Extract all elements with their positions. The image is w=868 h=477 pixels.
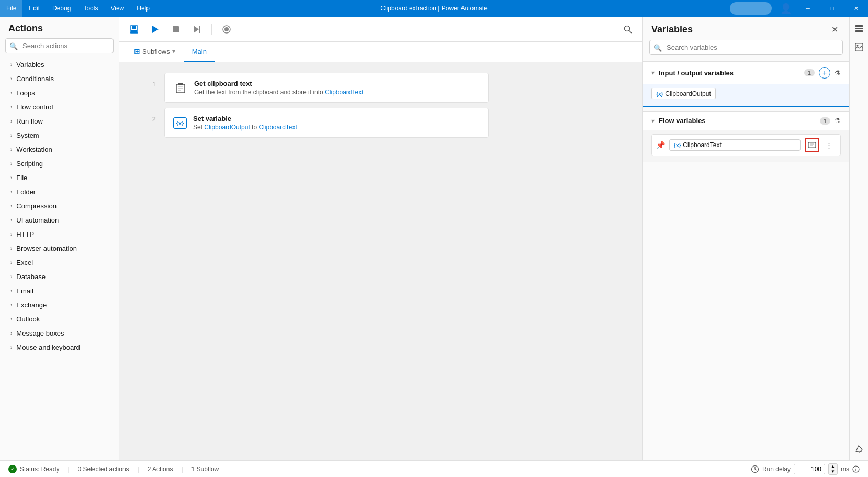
layers-button[interactable]	[852, 21, 866, 36]
menu-tools[interactable]: Tools	[77, 0, 104, 17]
filter-flow-icon[interactable]: ⚗	[835, 117, 841, 125]
chevron-icon: ›	[10, 231, 12, 237]
category-label: Excel	[16, 259, 33, 267]
category-label: Loops	[16, 89, 35, 97]
image-button[interactable]	[852, 40, 866, 54]
svg-rect-16	[808, 142, 816, 148]
flow-var-actions: ⋮	[805, 138, 836, 152]
menu-view[interactable]: View	[104, 0, 130, 17]
run-delay-group: Run delay ▲ ▼ ms	[751, 463, 860, 475]
window-title: Clipboard extraction | Power Automate	[380, 5, 488, 12]
total-actions-label: 2 Actions	[148, 465, 173, 473]
tab-subflows[interactable]: ⊞ Subflows ▾	[126, 42, 184, 62]
tab-main[interactable]: Main	[184, 42, 215, 62]
window-controls: 👤 ─ □ ✕	[730, 0, 868, 17]
run-button[interactable]	[146, 21, 163, 38]
eraser-button[interactable]	[852, 441, 866, 456]
clipboard-text-link-2[interactable]: ClipboardText	[258, 124, 297, 131]
category-exchange[interactable]: › Exchange	[0, 298, 119, 312]
clipboard-output-link[interactable]: ClipboardOutput	[204, 124, 250, 131]
chevron-icon: ›	[10, 330, 12, 336]
menu-help[interactable]: Help	[130, 0, 156, 17]
menu-file[interactable]: File	[0, 0, 22, 17]
toolbar	[119, 17, 642, 42]
step-card-2[interactable]: {x} Set variable Set ClipboardOutput to …	[164, 108, 489, 138]
menu-debug[interactable]: Debug	[46, 0, 77, 17]
input-output-section-header[interactable]: ▾ Input / output variables 1 + ⚗	[643, 62, 849, 84]
svg-point-8	[224, 27, 229, 31]
more-options-button[interactable]: ⋮	[821, 138, 836, 152]
input-output-title: Input / output variables	[659, 69, 800, 77]
user-avatar	[730, 2, 772, 15]
category-message-boxes[interactable]: › Message boxes	[0, 326, 119, 340]
info-icon[interactable]	[852, 465, 860, 473]
category-label: Compression	[16, 202, 57, 210]
chevron-icon: ›	[10, 62, 12, 68]
category-http[interactable]: › HTTP	[0, 227, 119, 241]
view-variable-button[interactable]	[805, 138, 819, 152]
category-workstation[interactable]: › Workstation	[0, 142, 119, 157]
save-button[interactable]	[126, 21, 142, 38]
category-ui-automation[interactable]: › UI automation	[0, 213, 119, 227]
next-button[interactable]	[188, 21, 205, 38]
stepper-down[interactable]: ▼	[829, 469, 837, 474]
account-icon[interactable]: 👤	[776, 3, 796, 14]
close-button[interactable]: ✕	[844, 0, 868, 17]
step-card-1[interactable]: Get clipboard text Get the text from the…	[164, 73, 489, 103]
right-sidebar	[849, 17, 868, 460]
chevron-icon: ›	[10, 274, 12, 280]
category-email[interactable]: › Email	[0, 284, 119, 298]
clipboard-text-link-1[interactable]: ClipboardText	[325, 88, 363, 96]
svg-marker-5	[194, 26, 199, 33]
category-file[interactable]: › File	[0, 171, 119, 185]
stop-button[interactable]	[167, 21, 184, 38]
collapse-icon: ▾	[651, 69, 655, 76]
variables-close-button[interactable]: ✕	[828, 23, 841, 36]
filter-icon[interactable]: ⚗	[835, 69, 841, 77]
search-actions-input[interactable]	[5, 38, 114, 53]
category-flow-control[interactable]: › Flow control	[0, 100, 119, 114]
category-compression[interactable]: › Compression	[0, 199, 119, 213]
chevron-icon: ›	[10, 161, 12, 167]
chevron-icon: ›	[10, 217, 12, 223]
step-2-desc: Set ClipboardOutput to ClipboardText	[193, 124, 297, 131]
minimize-button[interactable]: ─	[796, 0, 820, 17]
category-loops[interactable]: › Loops	[0, 86, 119, 100]
category-outlook[interactable]: › Outlook	[0, 312, 119, 326]
menu-edit[interactable]: Edit	[22, 0, 46, 17]
category-database[interactable]: › Database	[0, 270, 119, 284]
svg-rect-12	[178, 83, 183, 85]
category-label: HTTP	[16, 230, 34, 238]
category-mouse-keyboard[interactable]: › Mouse and keyboard	[0, 340, 119, 354]
subflow-count-label: 1 Subflow	[191, 465, 219, 473]
pin-icon[interactable]: 📌	[656, 141, 665, 149]
category-label: Variables	[16, 61, 44, 69]
flow-variables-content: 📌 {x} ClipboardText ⋮	[643, 130, 849, 162]
category-label: Flow control	[16, 103, 53, 111]
category-run-flow[interactable]: › Run flow	[0, 114, 119, 128]
actions-panel: Actions 🔍 › Variables › Conditionals › L…	[0, 17, 119, 460]
step-1-desc: Get the text from the clipboard and stor…	[194, 88, 364, 96]
add-variable-button[interactable]: +	[819, 67, 830, 79]
category-scripting[interactable]: › Scripting	[0, 157, 119, 171]
category-excel[interactable]: › Excel	[0, 256, 119, 270]
clipboard-output-chip[interactable]: {x} ClipboardOutput	[651, 88, 716, 99]
variables-title: Variables	[651, 24, 693, 35]
category-variables[interactable]: › Variables	[0, 58, 119, 72]
flow-variables-section-header[interactable]: ▾ Flow variables 1 ⚗	[643, 112, 849, 130]
clipboard-text-chip[interactable]: {x} ClipboardText	[669, 139, 801, 151]
category-conditionals[interactable]: › Conditionals	[0, 72, 119, 86]
svg-rect-19	[855, 25, 863, 27]
category-browser-automation[interactable]: › Browser automation	[0, 241, 119, 256]
category-label: Outlook	[16, 315, 40, 323]
record-button[interactable]	[218, 21, 235, 38]
maximize-button[interactable]: □	[820, 0, 844, 17]
category-folder[interactable]: › Folder	[0, 185, 119, 199]
clipboard-text-row: 📌 {x} ClipboardText ⋮	[651, 134, 841, 156]
search-canvas-button[interactable]	[619, 21, 636, 38]
stepper-up[interactable]: ▲	[829, 464, 837, 469]
search-variables-input[interactable]	[649, 40, 843, 55]
category-label: Folder	[16, 188, 36, 196]
category-system[interactable]: › System	[0, 128, 119, 142]
run-delay-input[interactable]	[794, 464, 825, 474]
